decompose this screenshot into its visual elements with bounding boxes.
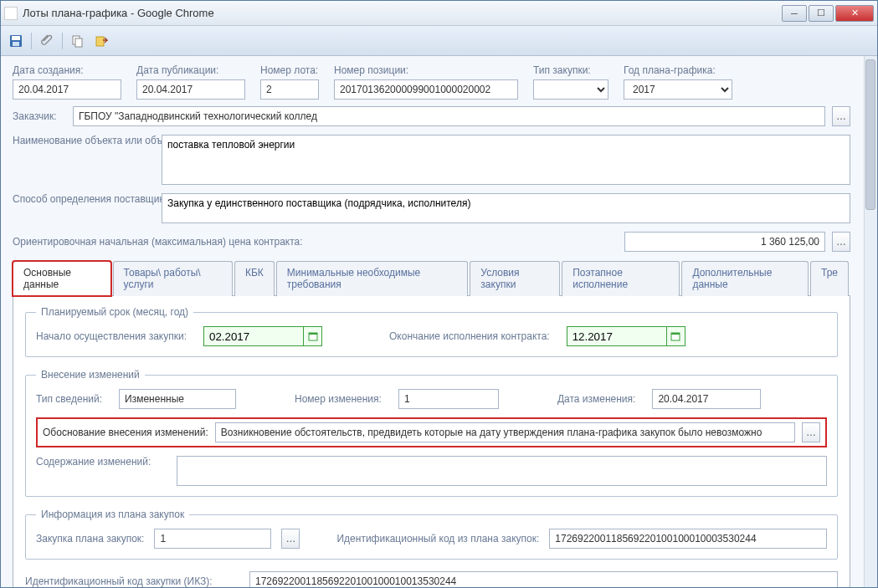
tab-phased[interactable]: Поэтапное исполнение: [562, 261, 680, 296]
start-label: Начало осуществления закупки:: [36, 330, 187, 342]
start-calendar-icon[interactable]: [304, 326, 322, 346]
ikz-input[interactable]: [249, 571, 838, 587]
object-textarea[interactable]: поставка тепловой энергии: [162, 135, 850, 185]
purchase-type-label: Тип закупки:: [533, 64, 608, 76]
tab-main-data[interactable]: Основные данные: [13, 261, 111, 296]
svg-rect-7: [309, 333, 317, 335]
customer-lookup-button[interactable]: …: [832, 106, 850, 126]
copy-icon[interactable]: [69, 33, 86, 49]
position-number-input[interactable]: [334, 79, 518, 100]
contract-price-label: Ориентировочная начальная (максимальная)…: [13, 236, 303, 248]
svg-rect-4: [75, 38, 82, 47]
end-calendar-icon[interactable]: [667, 326, 685, 346]
window-title: Лоты плана-графика - Google Chrome: [23, 7, 782, 19]
plan-info-legend: Информация из плана закупок: [36, 509, 189, 520]
tab-conditions[interactable]: Условия закупки: [470, 261, 560, 296]
plan-year-select[interactable]: 2017: [624, 79, 732, 100]
reason-input[interactable]: [215, 422, 795, 442]
planned-period-group: Планируемый срок (месяц, год) Начало осу…: [25, 306, 838, 357]
end-label: Окончание исполнения контракта:: [389, 330, 550, 342]
change-date-label: Дата изменения:: [557, 393, 636, 405]
lot-number-input[interactable]: [260, 79, 319, 100]
supplier-method-textarea[interactable]: Закупка у единственного поставщика (подр…: [162, 193, 850, 223]
svg-rect-5: [96, 37, 104, 46]
position-number-label: Номер позиции:: [334, 64, 518, 76]
change-type-label: Тип сведений:: [36, 393, 102, 405]
customer-input[interactable]: [73, 106, 825, 126]
scrollbar[interactable]: [864, 56, 877, 587]
contract-price-button[interactable]: …: [832, 232, 850, 252]
tab-kbk[interactable]: КБК: [234, 261, 275, 296]
tab-tre[interactable]: Тре: [810, 261, 849, 296]
plan-id-code-input[interactable]: [549, 529, 827, 549]
plan-year-label: Год плана-графика:: [624, 64, 732, 76]
content-label: Содержание изменений:: [36, 456, 170, 468]
plan-purchase-label: Закупка плана закупок:: [36, 533, 144, 545]
contract-price-input[interactable]: [624, 232, 825, 252]
plan-id-code-label: Идентификационный код из плана закупок:: [336, 533, 539, 545]
date-published-input[interactable]: [136, 79, 245, 100]
toolbar: [1, 26, 877, 56]
page-favicon: [4, 7, 18, 20]
reason-highlight: Обоснование внесения изменений: …: [36, 417, 827, 447]
date-published-label: Дата публикации:: [136, 64, 245, 76]
date-created-label: Дата создания:: [13, 64, 121, 76]
change-date-input[interactable]: [652, 389, 761, 409]
tab-goods[interactable]: Товары\ работы\ услуги: [113, 261, 233, 296]
lot-number-label: Номер лота:: [260, 64, 319, 76]
customer-label: Заказчик:: [13, 110, 66, 122]
plan-info-group: Информация из плана закупок Закупка план…: [25, 509, 838, 560]
changes-group: Внесение изменений Тип сведений: Номер и…: [25, 369, 838, 497]
object-label: Наименование объекта или объектов закупк…: [13, 135, 155, 146]
close-button[interactable]: ✕: [835, 5, 874, 22]
export-icon[interactable]: [93, 33, 110, 49]
minimize-button[interactable]: ─: [782, 5, 807, 22]
reason-label: Обоснование внесения изменений:: [43, 427, 208, 438]
attach-icon[interactable]: [39, 33, 55, 49]
tab-min-req[interactable]: Минимальные необходимые требования: [276, 261, 469, 296]
scroll-thumb[interactable]: [865, 59, 875, 210]
change-number-label: Номер изменения:: [295, 393, 382, 405]
date-created-input[interactable]: [13, 79, 121, 100]
svg-rect-1: [12, 36, 20, 40]
tab-additional[interactable]: Дополнительные данные: [681, 261, 809, 296]
planned-legend: Планируемый срок (месяц, год): [36, 306, 193, 318]
maximize-button[interactable]: ☐: [809, 5, 834, 22]
purchase-type-select[interactable]: [533, 79, 608, 100]
plan-purchase-input[interactable]: [154, 529, 271, 549]
reason-lookup-button[interactable]: …: [802, 422, 820, 442]
svg-rect-9: [671, 333, 680, 335]
supplier-method-label: Способ определения поставщика (подрядчик…: [13, 193, 155, 205]
changes-legend: Внесение изменений: [36, 369, 145, 381]
titlebar: Лоты плана-графика - Google Chrome ─ ☐ ✕: [1, 1, 877, 26]
change-type-input[interactable]: [119, 389, 236, 409]
app-window: Лоты плана-графика - Google Chrome ─ ☐ ✕: [0, 0, 878, 588]
content-textarea[interactable]: [177, 456, 827, 486]
tabs: Основные данные Товары\ работы\ услуги К…: [13, 260, 850, 296]
change-number-input[interactable]: [398, 389, 499, 409]
end-date-input[interactable]: [567, 326, 667, 346]
content-area: Дата создания: Дата публикации: Номер ло…: [1, 56, 877, 587]
ikz-label: Идентификационный код закупки (ИКЗ):: [25, 575, 243, 587]
plan-purchase-lookup-button[interactable]: …: [281, 529, 300, 549]
svg-rect-2: [13, 42, 19, 46]
save-icon[interactable]: [8, 33, 24, 49]
start-date-input[interactable]: [203, 326, 304, 346]
tab-body: Планируемый срок (месяц, год) Начало осу…: [13, 296, 850, 587]
